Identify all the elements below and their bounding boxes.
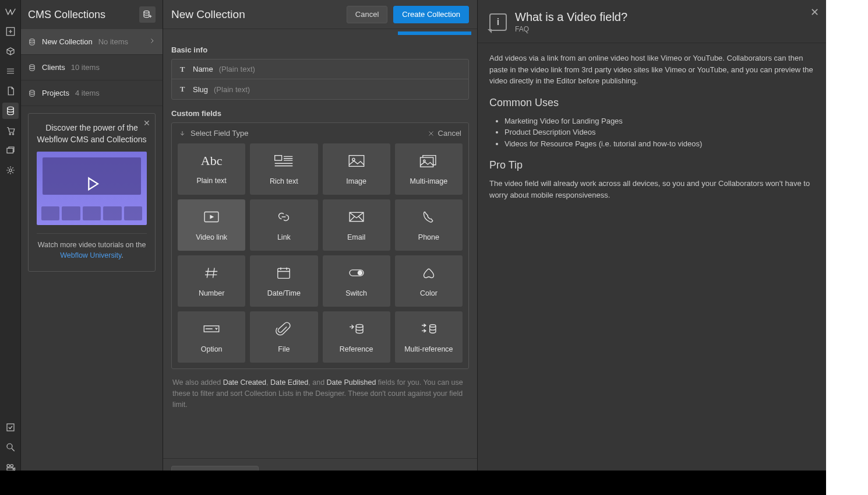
svg-rect-23 [278,268,290,278]
auto-fields-note: We also added Date Created, Date Edited,… [172,377,468,410]
svg-rect-17 [349,156,364,167]
custom-fields-label: Custom fields [171,109,469,118]
new-collection-button[interactable] [139,6,156,23]
text-icon: T [178,65,187,74]
picker-cancel-button[interactable]: Cancel [428,129,461,138]
collection-meta: 4 items [75,89,100,97]
field-type-image[interactable]: Image [323,143,390,195]
cancel-button[interactable]: Cancel [347,6,387,23]
field-type-multi-image[interactable]: Multi-image [395,143,463,195]
info-icon: i [489,13,507,31]
help-title: What is a Video field? [515,10,627,24]
collection-item-clients[interactable]: Clients 10 items [21,55,163,80]
search-icon[interactable] [2,439,19,455]
field-type-video-link[interactable]: Video link [178,199,245,251]
field-type-plain-text[interactable]: AbcPlain text [178,143,245,195]
svg-point-3 [12,134,13,135]
svg-point-8 [7,465,10,468]
collections-title: CMS Collections [28,9,105,21]
nav-rail [0,0,21,495]
svg-point-25 [357,271,362,276]
ecommerce-icon[interactable] [2,122,19,139]
field-row-name[interactable]: T Name (Plain text) [172,59,468,79]
svg-rect-19 [420,157,433,167]
promo-video-thumbnail[interactable] [37,152,147,225]
text-icon: T [178,85,187,94]
svg-point-12 [144,11,149,13]
svg-point-14 [30,64,34,66]
help-subtitle: FAQ [515,25,627,33]
field-type-rich-text[interactable]: Rich text [250,143,317,195]
assets-icon[interactable] [2,142,19,159]
svg-point-28 [430,325,436,327]
whitespace [826,0,868,495]
promo-title: Discover the power of the Webflow CMS an… [37,122,147,146]
promo-footer: Watch more video tutorials on the Webflo… [37,240,147,261]
bottom-bar [0,471,826,495]
field-type-phone[interactable]: Phone [395,199,463,251]
field-type-file[interactable]: File [250,311,317,363]
webflow-logo-icon[interactable] [2,3,19,20]
audit-icon[interactable] [2,419,19,436]
webflow-university-link[interactable]: Webflow University [60,251,121,259]
svg-point-5 [9,169,12,172]
svg-point-1 [7,107,13,110]
field-type-reference[interactable]: Reference [323,311,390,363]
svg-rect-6 [7,424,14,431]
field-row-slug[interactable]: T Slug (Plain text) [172,79,468,99]
field-type-link[interactable]: Link [250,199,317,251]
collection-name: Clients [42,63,65,72]
svg-rect-4 [7,148,13,153]
close-icon[interactable]: ✕ [810,6,819,19]
svg-point-7 [7,444,12,449]
settings-icon[interactable] [2,162,19,178]
create-collection-button[interactable]: Create Collection [393,6,469,23]
svg-point-27 [356,324,363,327]
field-type-multi-reference[interactable]: Multi-reference [395,311,463,363]
field-type-picker: Select Field Type Cancel AbcPlain textRi… [171,122,469,369]
field-type-option[interactable]: Option [178,311,245,363]
svg-rect-16 [275,156,282,161]
collection-meta: 10 items [71,63,100,72]
collections-panel: CMS Collections New Collection No items … [21,0,163,495]
svg-point-2 [9,134,10,135]
svg-point-9 [10,465,13,468]
pro-tip-heading: Pro Tip [489,157,814,173]
field-type-number[interactable]: Number [178,255,245,307]
play-icon [82,174,102,196]
field-type-switch[interactable]: Switch [323,255,390,307]
collection-meta: No items [98,37,128,46]
field-type-email[interactable]: Email [323,199,390,251]
editor-title: New Collection [171,8,245,21]
cms-icon[interactable] [2,103,19,119]
help-panel: ✕ i What is a Video field? FAQ Add video… [478,0,826,495]
collection-name: Projects [42,89,69,97]
close-icon [428,130,435,137]
collection-item-new-collection[interactable]: New Collection No items [21,29,163,55]
help-intro: Add videos via a link from an online vid… [489,52,814,87]
collection-item-projects[interactable]: Projects 4 items [21,80,163,106]
box-icon[interactable] [2,43,19,59]
navigator-icon[interactable] [2,63,19,79]
collection-name: New Collection [42,37,93,46]
basic-fields: T Name (Plain text) T Slug (Plain text) [171,59,469,100]
field-type-date-time[interactable]: Date/Time [250,255,317,307]
arrow-down-icon [179,130,186,137]
promo-card: ✕ Discover the power of the Webflow CMS … [28,113,156,272]
field-type-color[interactable]: Color [395,255,463,307]
close-icon[interactable]: ✕ [143,117,150,129]
picker-title: Select Field Type [190,129,248,138]
svg-point-13 [30,38,34,41]
pages-icon[interactable] [2,83,19,99]
svg-point-15 [30,90,34,92]
common-uses-list: Marketing Video for Landing Pages Produc… [504,115,814,150]
common-uses-heading: Common Uses [489,95,814,111]
chevron-right-icon [149,37,156,46]
add-element-icon[interactable] [2,23,19,40]
pro-tip-text: The video field will already work across… [489,178,814,201]
basic-info-label: Basic info [171,45,469,54]
collection-editor: New Collection Cancel Create Collection … [163,0,478,495]
svg-point-18 [352,158,354,160]
